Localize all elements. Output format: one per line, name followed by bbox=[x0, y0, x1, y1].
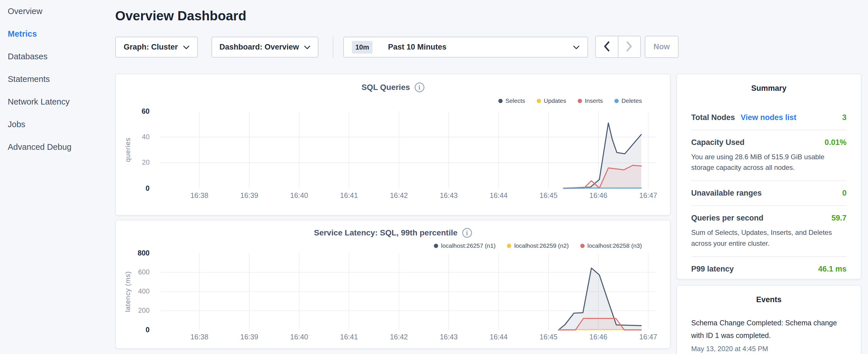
chevron-down-icon bbox=[573, 43, 580, 52]
y-tick-label: 40 bbox=[118, 133, 150, 141]
legend-item-updates: Updates bbox=[537, 97, 566, 104]
x-tick-label: 16:44 bbox=[478, 191, 519, 200]
legend-item-localhost-26257-n1-: localhost:26257 (n1) bbox=[434, 242, 495, 249]
sql-queries-legend: SelectsUpdatesInsertsDeletes bbox=[498, 97, 642, 104]
legend-label: Deletes bbox=[622, 97, 642, 104]
x-tick-label: 16:40 bbox=[279, 191, 319, 200]
now-button[interactable]: Now bbox=[645, 36, 679, 58]
service-latency-chart-title: Service Latency: SQL, 99th percentile bbox=[314, 228, 457, 237]
summary-row-label: Total Nodes bbox=[691, 113, 735, 122]
summary-row: Capacity Used0.01%You are using 28.6 MiB… bbox=[691, 130, 846, 181]
summary-row-value: 0.01% bbox=[825, 138, 846, 147]
x-tick-label: 16:41 bbox=[329, 333, 369, 341]
x-tick-label: 16:44 bbox=[478, 333, 519, 341]
legend-dot-icon bbox=[580, 244, 585, 248]
legend-dot-icon bbox=[578, 99, 582, 103]
legend-dot-icon bbox=[614, 99, 619, 103]
y-tick-label: 800 bbox=[118, 249, 150, 257]
summary-row-value: 46.1 ms bbox=[818, 265, 846, 273]
sidebar-item-statements[interactable]: Statements bbox=[0, 68, 111, 91]
summary-rows: Total NodesView nodes list3Capacity Used… bbox=[691, 105, 846, 281]
time-range-label: Past 10 Minutes bbox=[388, 43, 446, 52]
events-list: Schema Change Completed: Schema change w… bbox=[691, 317, 846, 353]
event-timestamp: May 13, 2020 at 4:45 PM bbox=[691, 345, 846, 353]
summary-row: Queries per second59.7Sum of Selects, Up… bbox=[691, 205, 846, 256]
legend-dot-icon bbox=[507, 244, 511, 248]
time-range-dropdown[interactable]: 10m Past 10 Minutes bbox=[343, 37, 588, 58]
sidebar-nav: OverviewMetricsDatabasesStatementsNetwor… bbox=[0, 0, 111, 354]
y-tick-label: 20 bbox=[118, 158, 150, 166]
graph-dropdown[interactable]: Graph: Cluster bbox=[115, 37, 198, 58]
y-tick-label: 0 bbox=[118, 184, 150, 192]
y-tick-label: 600 bbox=[118, 268, 150, 276]
service-latency-plot[interactable] bbox=[160, 253, 656, 330]
x-tick-label: 16:38 bbox=[179, 191, 219, 200]
legend-label: Updates bbox=[544, 97, 566, 104]
time-step-button-group bbox=[595, 36, 641, 58]
summary-panel: Summary Total NodesView nodes list3Capac… bbox=[676, 74, 861, 280]
sidebar-item-jobs[interactable]: Jobs bbox=[0, 113, 111, 136]
chevron-down-icon bbox=[304, 43, 310, 52]
summary-row: Unavailable ranges0 bbox=[691, 181, 846, 205]
x-tick-label: 16:47 bbox=[628, 191, 668, 200]
events-panel: Events Schema Change Completed: Schema c… bbox=[676, 285, 861, 354]
summary-row-value: 0 bbox=[842, 189, 846, 198]
x-tick-label: 16:42 bbox=[379, 191, 419, 200]
summary-row-description: You are using 28.6 MiB of 515.9 GiB usab… bbox=[691, 152, 846, 173]
sql-queries-chart-title: SQL Queries bbox=[361, 83, 410, 92]
sidebar-item-databases[interactable]: Databases bbox=[0, 45, 111, 68]
view-nodes-list-link[interactable]: View nodes list bbox=[741, 113, 797, 122]
legend-item-localhost-26259-n2-: localhost:26259 (n2) bbox=[507, 242, 568, 249]
summary-row-value: 59.7 bbox=[831, 214, 846, 223]
summary-row: P99 latency46.1 ms bbox=[691, 256, 846, 281]
legend-label: Inserts bbox=[585, 97, 603, 104]
previous-time-button[interactable] bbox=[596, 36, 618, 57]
x-tick-label: 16:41 bbox=[329, 191, 369, 200]
x-tick-label: 16:45 bbox=[528, 333, 568, 341]
summary-row-label: Queries per second bbox=[691, 214, 764, 223]
graph-dropdown-label: Graph: Cluster bbox=[124, 43, 178, 52]
toolbar-divider bbox=[333, 37, 333, 58]
overview-dashboard-page: OverviewMetricsDatabasesStatementsNetwor… bbox=[0, 0, 868, 354]
x-tick-label: 16:39 bbox=[229, 333, 269, 341]
chevron-left-icon bbox=[603, 41, 610, 53]
summary-heading: Summary bbox=[691, 84, 846, 93]
legend-label: localhost:26259 (n2) bbox=[514, 242, 568, 249]
x-tick-label: 16:42 bbox=[379, 333, 419, 341]
legend-item-localhost-26258-n3-: localhost:26258 (n3) bbox=[580, 242, 642, 249]
x-tick-label: 16:43 bbox=[429, 191, 469, 200]
sidebar-item-metrics[interactable]: Metrics bbox=[0, 23, 111, 45]
time-range-badge: 10m bbox=[352, 41, 373, 54]
summary-row-label: Capacity Used bbox=[691, 138, 744, 147]
legend-dot-icon bbox=[537, 99, 541, 103]
legend-item-selects: Selects bbox=[498, 97, 525, 104]
event-message: Schema Change Completed: Schema change w… bbox=[691, 317, 846, 342]
chevron-right-icon bbox=[626, 41, 632, 53]
x-tick-label: 16:39 bbox=[229, 191, 269, 200]
sql-queries-plot[interactable] bbox=[160, 111, 656, 189]
chevron-down-icon bbox=[183, 43, 189, 52]
summary-row-description: Sum of Selects, Updates, Inserts, and De… bbox=[691, 227, 846, 248]
x-tick-label: 16:46 bbox=[578, 191, 618, 200]
y-tick-label: 400 bbox=[118, 287, 150, 295]
dashboard-dropdown[interactable]: Dashboard: Overview bbox=[212, 37, 318, 58]
sidebar-item-network-latency[interactable]: Network Latency bbox=[0, 91, 111, 113]
summary-row-label: P99 latency bbox=[691, 265, 734, 273]
info-icon[interactable]: i bbox=[462, 228, 472, 238]
legend-item-deletes: Deletes bbox=[614, 97, 642, 104]
summary-row-label: Unavailable ranges bbox=[691, 189, 762, 198]
x-tick-label: 16:47 bbox=[628, 333, 668, 341]
next-time-button[interactable] bbox=[618, 36, 641, 57]
sidebar-item-advanced-debug[interactable]: Advanced Debug bbox=[0, 136, 111, 158]
y-tick-label: 0 bbox=[118, 326, 150, 334]
y-tick-label: 200 bbox=[118, 307, 150, 315]
info-icon[interactable]: i bbox=[415, 83, 425, 92]
x-tick-label: 16:46 bbox=[578, 333, 618, 341]
x-tick-label: 16:40 bbox=[279, 333, 319, 341]
events-heading: Events bbox=[691, 295, 846, 304]
sidebar-item-overview[interactable]: Overview bbox=[0, 0, 111, 23]
summary-row: Total NodesView nodes list3 bbox=[691, 105, 846, 130]
service-latency-legend: localhost:26257 (n1)localhost:26259 (n2)… bbox=[434, 242, 642, 249]
x-tick-label: 16:38 bbox=[179, 333, 219, 341]
x-tick-label: 16:43 bbox=[429, 333, 469, 341]
